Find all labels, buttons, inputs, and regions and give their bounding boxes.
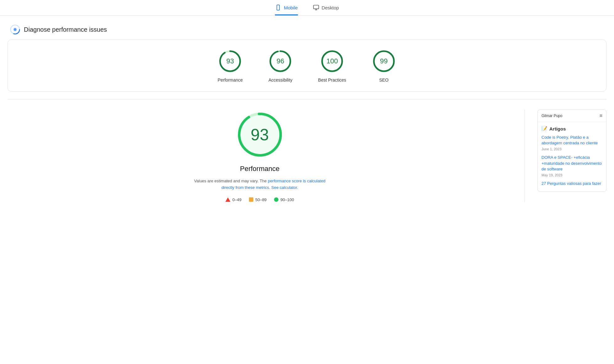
legend-fail-range: 0–49 (232, 197, 241, 202)
preview-menu-icon: ≡ (600, 113, 602, 119)
article-1-title: Code is Poetry, Platão e a abordagem cen… (541, 135, 602, 146)
legend-item-pass: 90–100 (274, 197, 294, 202)
tab-mobile[interactable]: Mobile (275, 4, 298, 15)
svg-rect-2 (313, 5, 319, 9)
legend-triangle-icon (225, 197, 230, 202)
legend-dot-icon (274, 197, 278, 202)
score-label-best-practices: Best Practices (318, 78, 346, 83)
tab-mobile-label: Mobile (284, 5, 298, 10)
scores-card: 93 Performance 96 Accessibility 100 Best… (8, 40, 606, 92)
gauge-performance: 93 (218, 49, 243, 74)
score-item-seo: 99 SEO (371, 49, 396, 83)
svg-rect-0 (277, 5, 279, 10)
big-gauge-performance: 93 (235, 110, 285, 160)
tab-desktop-label: Desktop (322, 5, 339, 10)
score-label-accessibility: Accessibility (268, 78, 292, 83)
score-item-accessibility: 96 Accessibility (268, 49, 293, 83)
tab-desktop[interactable]: Desktop (313, 4, 339, 15)
legend-square-icon (249, 197, 253, 202)
score-item-performance: 93 Performance (218, 49, 243, 83)
article-3-title: 27 Perguntas valiosas para fazer (541, 181, 602, 186)
score-value-best-practices: 100 (326, 57, 338, 65)
legend: 0–49 50–89 90–100 (225, 197, 294, 202)
tab-bar: Mobile Desktop (0, 0, 614, 16)
score-value-accessibility: 96 (277, 57, 284, 65)
section-emoji: 📝 (541, 126, 547, 131)
main-content: 93 Performance Values are estimated and … (0, 99, 614, 212)
article-1-date: June 1, 2023 (541, 147, 602, 151)
performance-detail: 93 Performance Values are estimated and … (8, 110, 512, 202)
article-2-date: May 19, 2023 (541, 173, 602, 177)
score-label-performance: Performance (218, 78, 243, 83)
legend-pass-range: 90–100 (280, 197, 294, 202)
svg-point-8 (14, 28, 17, 31)
section-header: Diagnose performance issues (0, 16, 614, 40)
preview-section-title: 📝 Artigos (541, 126, 602, 131)
performance-description: Values are estimated and may vary. The p… (194, 178, 325, 191)
desktop-icon (313, 4, 319, 11)
gauge-seo: 99 (371, 49, 396, 74)
score-label-seo: SEO (379, 78, 389, 83)
website-preview: Gilmar Pupo ≡ 📝 Artigos Code is Poetry, … (537, 110, 606, 202)
preview-site-name: Gilmar Pupo (541, 114, 563, 118)
legend-item-average: 50–89 (249, 197, 267, 202)
preview-body: 📝 Artigos Code is Poetry, Platão e a abo… (538, 122, 606, 191)
article-2-title: DORA e SPACE- +eficácia +maturidade no d… (541, 155, 602, 172)
preview-card: Gilmar Pupo ≡ 📝 Artigos Code is Poetry, … (537, 110, 606, 192)
big-score-value: 93 (251, 125, 269, 144)
score-value-seo: 99 (380, 57, 388, 65)
legend-average-range: 50–89 (255, 197, 267, 202)
performance-title: Performance (240, 165, 280, 173)
vertical-divider (525, 110, 525, 202)
preview-header: Gilmar Pupo ≡ (538, 110, 606, 122)
score-value-performance: 93 (226, 57, 234, 65)
spinner-icon (10, 24, 20, 35)
desc-text: Values are estimated and may vary. The (194, 179, 268, 183)
calculator-link[interactable]: See calculator. (271, 185, 298, 190)
gauge-best-practices: 100 (320, 49, 345, 74)
gauge-accessibility: 96 (268, 49, 293, 74)
section-title-text: Artigos (549, 126, 566, 131)
legend-item-fail: 0–49 (225, 197, 241, 202)
mobile-icon (275, 4, 281, 11)
section-title: Diagnose performance issues (24, 26, 107, 33)
score-item-best-practices: 100 Best Practices (318, 49, 346, 83)
